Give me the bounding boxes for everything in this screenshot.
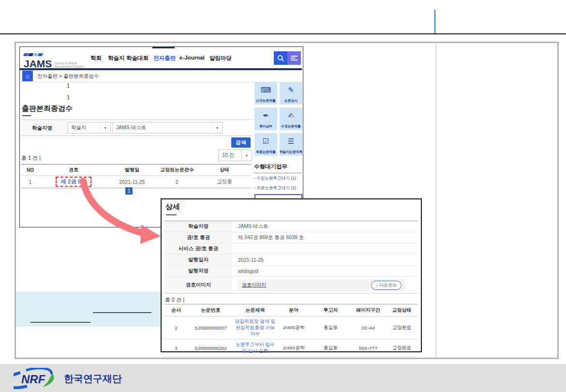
home-button[interactable]: ⌂: [22, 71, 33, 81]
page-title: 출판본최종검수: [22, 104, 73, 113]
tile-paper-review[interactable]: ✎ 논문심사: [280, 82, 302, 105]
tile-final-submission[interactable]: ☑ 최종논문제출: [254, 133, 277, 156]
nrf-logo: NRF 한국연구재단: [14, 368, 122, 389]
top-vertical-divider: [434, 10, 435, 34]
menu-journal[interactable]: 학술지: [108, 55, 125, 62]
footer-bar: NRF 한국연구재단: [0, 364, 566, 392]
result-count: 총 1 건 |: [21, 154, 41, 162]
nrf-org-name: 한국연구재단: [64, 372, 122, 385]
menu-ejournal[interactable]: e-Journal: [179, 55, 205, 60]
volume-image-link[interactable]: 권호이미지: [242, 282, 266, 288]
chevron-down-icon: ▼: [241, 150, 252, 161]
article-title-link[interactable]: 논문투고부터 접수 및 심사 진행: [236, 342, 275, 353]
annotation-mark-1: 1: [67, 83, 70, 89]
tile-fee-payment[interactable]: ✒ 회비납부: [254, 107, 277, 130]
chevron-down-icon: ▼: [100, 122, 110, 133]
volume-image-file: 권호이미지 ↓ 다운로드: [238, 279, 405, 291]
all-menu-button[interactable]: [287, 51, 301, 65]
search-button[interactable]: [274, 51, 287, 65]
menu-epub[interactable]: 전자출판: [153, 55, 176, 62]
logo-cubes-icon: [24, 49, 84, 58]
search-submit-button[interactable]: 검색: [231, 137, 251, 148]
svg-text:NRF: NRF: [21, 373, 46, 386]
home-icon: ⌂: [26, 73, 30, 80]
breadcrumb: 전자출판 > 출판본최종검수: [37, 73, 99, 80]
popup-title: 상세: [165, 202, 180, 211]
redaction-line-2: [30, 322, 90, 323]
todo-item-revised[interactable]: - 수정논문투고대기 (1): [254, 176, 296, 181]
redaction-line-1: [93, 312, 151, 313]
slide-page: JAMS Journal & ArticleManagement System …: [0, 0, 566, 392]
search-field-label: 학술지명: [32, 125, 52, 132]
tile-new-submission[interactable]: ⌨ 신규논문제출: [254, 82, 277, 105]
callout-arrow: [68, 178, 164, 248]
pencil-bulb-icon: ✎: [288, 82, 294, 98]
breadcrumb-bar: ⌂ 전자출판 > 출판본최종검수: [20, 70, 302, 82]
menu-society[interactable]: 학회: [90, 55, 102, 62]
todo-heading: 수행대기업무: [254, 163, 302, 173]
menu-conference[interactable]: 학술대회: [126, 55, 149, 62]
article-row: 2 SJ0000000207 편집위원장 결재 및 편집위원총평 가능여부 JA…: [164, 317, 418, 340]
tile-article-list[interactable]: ☰ 학술지논문목록: [280, 133, 302, 156]
page-title-underline: [22, 115, 31, 116]
journal-type-select[interactable]: 학술지 ▼: [67, 122, 111, 134]
hamburger-icon: [291, 55, 298, 61]
frame-column-divider: [436, 43, 436, 358]
jams-logo[interactable]: JAMS Journal & ArticleManagement System: [24, 49, 84, 70]
table-header-row: NO 권호 발행일 교정된논문편수 상태: [21, 165, 251, 176]
journal-name-select[interactable]: JAMS 테스트 ▼: [112, 122, 223, 134]
top-horizontal-rule: [0, 33, 566, 34]
menu-notice[interactable]: 알림마당: [209, 55, 232, 62]
checkbox-faces-icon: ☑: [263, 133, 269, 150]
chevron-down-icon: ▼: [212, 122, 222, 133]
tile-revised-submission[interactable]: ✍ 수정논문제출: [280, 107, 302, 130]
nrf-swoosh-icon: NRF: [14, 368, 60, 389]
search-form: 학술지명 학술지 ▼ JAMS 테스트 ▼: [21, 120, 252, 136]
per-page-select[interactable]: 10 건 ▼: [218, 150, 252, 161]
annotation-mark-2: 1: [67, 94, 70, 100]
article-title-link[interactable]: 편집위원장 결재 및 편집위원총평 가능여부: [235, 318, 276, 336]
download-button[interactable]: ↓ 다운로드: [371, 281, 402, 290]
todo-item-final[interactable]: - 최종논문투고대기 (1): [254, 185, 296, 191]
article-header-row: 순서 논문번호 논문제목 분야 투고자 페이지구간 교정상태: [164, 304, 418, 317]
active-menu-bar: [152, 47, 175, 48]
article-table: 순서 논문번호 논문제목 분야 투고자 페이지구간 교정상태 2 SJ00000…: [164, 304, 418, 357]
popup-title-underline: [166, 214, 177, 215]
quill-document-icon: ✒: [263, 107, 269, 124]
article-row: 3 SJ0000000202 논문투고부터 접수 및 심사 진행 JAMS공학 …: [164, 340, 418, 357]
search-icon: [277, 55, 284, 62]
popup-result-count: 총 2 건 |: [165, 296, 184, 303]
notepad-pencil-icon: ✍: [288, 107, 294, 124]
keyboard-icon: ⌨: [261, 82, 271, 98]
detail-popup: 상세 학술지명 JAMS 테스트 권/호 통권 제 042권 869호 통권 6…: [161, 198, 422, 352]
detail-table: 학술지명 JAMS 테스트 권/호 통권 제 042권 869호 통권 6039…: [164, 221, 418, 294]
checklist-icon: ☰: [288, 133, 294, 150]
